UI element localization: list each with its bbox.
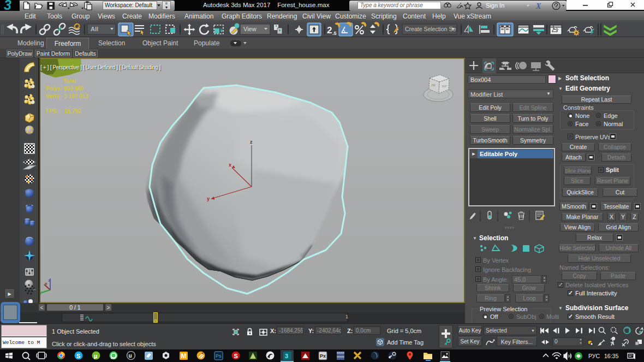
svg-text:y: y xyxy=(207,196,210,201)
svg-text:1 107 013: 1 107 013 xyxy=(64,93,88,99)
svg-text:Ps: Ps xyxy=(216,353,222,359)
svg-text:Create Selection Se: Create Selection Se xyxy=(405,26,456,32)
svg-text:.5: .5 xyxy=(332,31,337,36)
svg-text:S: S xyxy=(234,353,238,359)
svg-text:z: z xyxy=(48,278,50,283)
svg-text:x: x xyxy=(229,162,231,168)
svg-text:FPS:: FPS: xyxy=(46,108,58,114)
svg-text:18,792: 18,792 xyxy=(64,108,81,114)
svg-text:Px: Px xyxy=(320,353,326,359)
svg-text:µ: µ xyxy=(94,353,97,359)
svg-text:[ + ] [ Perspective ] [ User D: [ + ] [ Perspective ] [ User Defined ] [… xyxy=(40,64,161,70)
svg-text:Total: Total xyxy=(63,78,76,84)
svg-text:x: x xyxy=(45,281,47,286)
svg-text:View: View xyxy=(243,26,257,32)
svg-text:3: 3 xyxy=(285,353,288,359)
svg-text:Sign In: Sign In xyxy=(486,2,504,9)
svg-text:X: X xyxy=(535,2,541,10)
svg-text:2: 2 xyxy=(327,25,332,35)
svg-text:Verts:: Verts: xyxy=(46,93,61,99)
svg-text:ЛЕ: ЛЕ xyxy=(431,84,436,87)
svg-text:u: u xyxy=(129,353,132,359)
svg-text:All: All xyxy=(91,26,98,32)
svg-text:S: S xyxy=(76,353,80,359)
svg-text:РУС: РУС xyxy=(588,353,600,359)
svg-text:Polys:: Polys: xyxy=(46,86,62,92)
svg-text:803 880: 803 880 xyxy=(64,86,84,92)
svg-text:ЮГ: ЮГ xyxy=(442,85,448,88)
svg-text:16:35: 16:35 xyxy=(604,353,618,359)
svg-text:z: z xyxy=(250,139,253,145)
svg-text:M: M xyxy=(181,352,187,360)
